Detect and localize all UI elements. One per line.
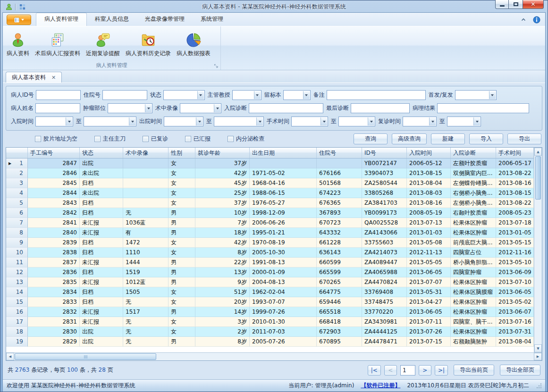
grid-column-header[interactable]: 性别 [169,148,195,158]
table-cell[interactable]: 四脑室占位 [451,248,496,258]
ribbon-button[interactable]: 近期复诊提醒 [83,30,123,59]
filter-checkbox[interactable]: 内分泌检查 [228,135,264,143]
table-cell[interactable]: 2013-05-05 [407,258,451,267]
table-cell[interactable]: 归档 [80,248,123,258]
table-row[interactable]: ▶12847出院女37岁YB00721472006-05-12左额叶胶质瘤200… [6,158,534,168]
table-cell[interactable]: 2839 [28,238,80,248]
table-cell[interactable]: 2013-07-07 [407,277,451,287]
combo-dropdown-icon[interactable] [254,91,261,99]
row-number-cell[interactable]: 3 [6,178,28,188]
table-cell[interactable]: ZA3841703 [362,198,407,208]
table-cell[interactable]: 3岁 [195,317,250,327]
grid-column-header[interactable]: 出生日期 [250,148,317,158]
row-number-cell[interactable]: 9 [6,238,28,248]
table-cell[interactable]: 前颅底巨大脑... [451,238,496,248]
filter-text-input[interactable] [36,90,81,100]
table-cell[interactable]: 2013-07-15 [407,337,451,347]
table-cell[interactable]: 1971-05-02 [250,168,317,178]
table-cell[interactable]: 51岁 [195,287,250,297]
filter-text-input[interactable] [327,90,426,100]
table-cell[interactable]: 无 [123,297,169,307]
table-cell[interactable]: 左侧桥小脑角... [451,198,496,208]
minimize-button[interactable] [495,0,509,9]
table-cell[interactable]: 2013-06-07 [496,307,534,317]
row-number-cell[interactable]: 13 [6,277,28,287]
combo-dropdown-icon[interactable] [368,117,374,125]
table-cell[interactable]: 2013-06-05 [496,287,534,297]
table-cell[interactable]: 2013-08-03 [407,188,451,198]
table-row[interactable]: 62842归档无男10岁1998-12-09367893YB0099173200… [6,208,534,218]
table-cell[interactable]: 出院 [80,327,123,337]
page-number-input[interactable] [400,365,415,375]
table-cell[interactable]: 松果体区肿瘤 [451,277,496,287]
table-cell[interactable]: 33805268 [362,188,407,198]
table-cell[interactable]: 2013-05-10 [496,258,534,267]
tab-close-icon[interactable]: ✕ [51,75,57,81]
table-cell[interactable] [123,188,169,198]
table-cell[interactable]: 1505 [123,287,169,297]
table-cell[interactable]: 659446 [317,297,362,307]
table-cell[interactable]: 1110 [123,248,169,258]
table-cell[interactable]: 2006-05-12 [407,158,451,168]
horizontal-scrollbar[interactable]: ◀ ▶ [6,352,542,360]
table-cell[interactable]: 女 [169,327,195,337]
table-row[interactable]: 52843归档女37岁1976-05-27676365ZA38417032013… [6,198,534,208]
table-cell[interactable]: 2844 [28,188,80,198]
table-cell[interactable]: 2000-01-09 [250,267,317,277]
filter-combo[interactable] [283,90,311,100]
table-cell[interactable]: 女 [169,158,195,168]
grid-column-header[interactable]: 状态 [80,148,123,158]
table-cell[interactable]: 无 [123,208,169,218]
vertical-scroll-thumb[interactable] [535,156,541,200]
table-cell[interactable]: 1472 [123,238,169,248]
table-cell[interactable]: 未汇报 [80,218,123,228]
table-cell[interactable]: 1012蓝 [123,277,169,287]
table-cell[interactable]: 2838 [28,248,80,258]
quick-access-layout-icon[interactable] [19,3,26,10]
table-cell[interactable]: 674223 [317,188,362,198]
table-cell[interactable]: 2832 [28,307,80,317]
table-cell[interactable]: 33755603 [362,238,407,248]
app-logo-icon[interactable] [5,3,13,11]
action-button-导出[interactable]: 导出 [507,133,541,144]
table-cell[interactable]: 松果体区肿瘤 [451,218,496,228]
table-cell[interactable]: 右侧桥小脑角... [451,188,496,198]
export-all-pages-button[interactable]: 导出全部页 [500,365,540,375]
table-cell[interactable]: 42岁 [195,238,250,248]
maximize-button[interactable] [509,0,523,9]
table-cell[interactable]: 男 [169,258,195,267]
table-cell[interactable]: 2013-08-15 [496,188,534,198]
table-cell[interactable]: 双侧脑室内巨... [451,168,496,178]
table-cell[interactable]: 左侧蝶骨嵴脑... [451,178,496,188]
table-cell[interactable]: 2836 [28,267,80,277]
table-cell[interactable]: 2833 [28,297,80,307]
filter-combo[interactable] [214,117,264,126]
filter-text-input[interactable] [437,103,529,113]
table-cell[interactable]: ZA2580544 [362,178,407,188]
table-cell[interactable]: 33769408 [362,287,407,297]
filter-combo[interactable] [338,117,375,126]
row-number-cell[interactable]: 17 [6,317,28,327]
ribbon-button[interactable]: 病人数据报表 [174,30,213,59]
table-row[interactable]: 72841未汇报1036蓝男7岁2006-06-26670723QA002552… [6,218,534,228]
table-cell[interactable]: 未汇报 [80,258,123,267]
table-cell[interactable]: 2013-06-05 [407,267,451,277]
row-number-cell[interactable]: 4 [6,188,28,198]
ribbon-button[interactable]: 病人资料历史记录 [123,30,174,59]
filter-checkbox[interactable]: 已复诊 [143,135,168,143]
row-number-cell[interactable]: 6 [6,208,28,218]
vertical-scrollbar[interactable]: ▲ ▼ [534,148,542,352]
table-cell[interactable]: 2008-05-23 [496,208,534,218]
table-row[interactable]: 82840未汇报有男18岁1995-01-21643332ZA414306620… [6,228,534,238]
table-cell[interactable]: QA0025528 [362,218,407,228]
document-tab-patient-basic-info[interactable]: 病人基本资料 ✕ [6,72,62,83]
table-cell[interactable] [123,178,169,188]
table-cell[interactable]: 2831 [28,317,80,327]
table-cell[interactable]: 左额叶胶质瘤 [451,158,496,168]
scroll-right-icon[interactable]: ▶ [534,353,542,360]
action-button-高级查询[interactable]: 高级查询 [392,133,427,144]
filter-checkbox[interactable]: 主任主刀 [94,135,126,143]
dialog-launcher-icon[interactable] [213,63,219,69]
table-cell[interactable]: 2006-06-26 [250,218,317,228]
first-page-button[interactable]: |< [368,365,381,375]
